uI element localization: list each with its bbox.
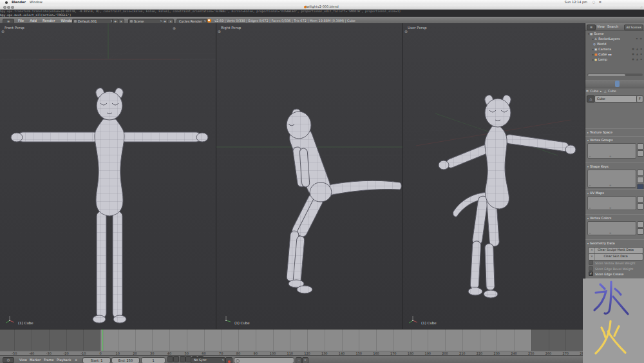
app-menu[interactable]: Blender [12,0,26,5]
expand-arrow-icon[interactable]: ▸ [592,48,594,51]
editor-type-button[interactable]: ◷ [3,357,14,363]
panel-uv-maps[interactable]: ▾UV Maps [585,189,644,195]
list-op-button[interactable] [637,221,644,228]
checkbox-row[interactable]: Store Edge Bevel Weight [589,266,633,271]
playback-button[interactable] [180,356,185,362]
fake-user-button[interactable]: F [636,95,643,103]
properties-tab[interactable] [629,81,634,87]
list-op-button[interactable] [637,228,644,235]
outliner-scrollbar[interactable] [587,74,643,76]
resize-grip-icon[interactable]: ≡ [609,207,611,210]
window-titlebar[interactable]: twilightv2-000.blend ◿ [0,5,644,10]
insert-keyframe-button[interactable]: ⌁ [296,357,302,363]
properties-tab[interactable] [600,81,605,87]
timeline-marker-menu[interactable]: Marker [30,356,41,363]
list-op-button[interactable] [637,203,644,210]
breadcrumb-data[interactable]: Cube [608,89,616,93]
panel-geometry-data[interactable]: ▾Geometry Data [585,239,644,246]
panel-texture-space[interactable]: ▸Texture Space [585,128,644,135]
outliner-item-label[interactable]: Scene [594,32,603,35]
frame-start-field[interactable]: Start: 1 [82,357,111,363]
outliner-item-label[interactable]: Camera [598,47,611,51]
menu-item[interactable]: Render [43,19,55,23]
frame-end-field[interactable]: End: 250 [111,357,140,363]
current-frame-line[interactable] [102,329,104,351]
editor-type-button[interactable]: ≡ [587,25,596,30]
properties-tab[interactable] [605,81,610,87]
apple-menu-icon[interactable] [5,1,8,4]
playback-button[interactable] [167,356,173,362]
notification-center-icon[interactable]: ≡ [599,0,601,5]
checkbox-row[interactable]: Store Vertex Bevel Weight [589,260,636,266]
outliner-row[interactable]: ▾▦Scene [585,31,644,36]
expand-arrow-icon[interactable]: ▸ [592,58,594,61]
visibility-toggle-icons[interactable]: ● ▲ ▪ [632,57,643,62]
outliner-item-label[interactable]: World [597,42,606,46]
panel-shape-keys[interactable]: ▾Shape Keys [585,162,644,169]
menubar-clock[interactable]: Sun 12:14 pm [565,0,587,5]
timeline-editor[interactable]: -50-40-30-20-100102030405060708090100110… [0,329,583,356]
properties-tab[interactable] [595,81,600,87]
viewport-user[interactable]: User Persp ⊕ (1) Cube [402,23,585,329]
resize-grip-icon[interactable]: ≡ [609,232,611,235]
outliner-row[interactable]: ▸●Lamp● ▲ ▪ [585,57,644,62]
vertex-groups-list[interactable]: ≡ [587,143,636,159]
panel-vertex-groups[interactable]: ▾Vertex Groups [585,136,644,142]
menu-item[interactable]: Add [30,19,37,23]
list-op-button[interactable] [637,170,644,176]
outliner-search-menu[interactable]: Search [607,23,618,30]
list-op-button[interactable] [637,143,644,150]
checkbox[interactable] [589,266,593,271]
toolshelf-expand-icon[interactable]: ⊕ [218,30,221,34]
current-frame-field[interactable]: 1 [141,357,166,363]
outliner-editor[interactable]: ≡ View Search All Scenes ▾▦Scene ▸♙Rocke… [585,23,644,81]
panel-vertex-colors[interactable]: ▾Vertex Colors [585,214,644,221]
playback-button[interactable] [173,356,179,362]
outliner-view-menu[interactable]: View [597,23,605,30]
clear-sculpt-mask-button[interactable]: ×Clear Sculpt-Mask Data [588,247,643,254]
visibility-toggle-icons[interactable]: ● ▲ ▪ [632,52,643,57]
timeline-playback-menu[interactable]: Playback [57,356,71,363]
delete-keyframe-button[interactable]: × [302,357,308,363]
properties-tab[interactable] [625,81,630,87]
properties-tab[interactable] [620,81,625,87]
visibility-toggle-icons[interactable]: ● ▲ ▪ [632,46,643,52]
breadcrumb-object[interactable]: Cube [590,89,598,93]
checkbox[interactable] [589,271,593,276]
viewport-right[interactable]: Right Persp ⊕ (1) Cube [216,23,403,329]
resize-grip-icon[interactable]: ≡ [609,155,611,158]
properties-tab[interactable] [610,81,615,87]
spotlight-icon[interactable]: ◌ [592,0,595,5]
menu-item[interactable]: File [18,19,24,23]
properties-tab[interactable] [615,81,620,87]
visibility-toggle-icons[interactable]: ▪ ◉ [636,36,643,41]
viewport-front[interactable]: Front Persp ⊕ ⊕ (1) Cube [0,23,216,329]
checkbox[interactable] [589,260,593,265]
outliner-item-label[interactable]: RocketLayers [598,37,620,41]
window-menu[interactable]: Window [30,0,43,5]
properties-tab[interactable] [634,81,639,87]
expand-arrow-icon[interactable]: ▾ [588,32,589,35]
datablock-name-field[interactable]: Cube [594,95,638,103]
sync-mode-dropdown[interactable]: No Sync⇅ [191,357,225,363]
keying-set-field[interactable] [234,357,294,363]
preview-range-toggle-icon[interactable]: ⊕ [75,356,77,363]
auto-keyframe-record-button[interactable] [225,357,232,363]
outliner-item-label[interactable]: Lamp [598,57,607,61]
shape-keys-list[interactable]: ≡ [587,170,636,188]
outliner-row[interactable]: ▸♙RocketLayers▪ ◉ [585,36,644,41]
vertex-colors-list[interactable]: ≡ [587,221,636,235]
list-op-button[interactable] [637,177,644,183]
outliner-scope-dropdown[interactable]: All Scenes [624,25,643,30]
expand-arrow-icon[interactable]: ▸ [592,53,594,56]
info-report-area[interactable]: bpy.ops.transform.translate(value=(0.022… [0,10,644,17]
properties-tab[interactable] [585,81,591,87]
properties-tab[interactable] [591,81,596,87]
outliner-item-label[interactable]: Cube [598,52,607,56]
timeline-frame-menu[interactable]: Frame [44,356,54,363]
outliner-row[interactable]: ▸▣Camera● ▲ ▪ [585,46,644,52]
timeline-view-menu[interactable]: View [19,356,27,363]
outliner-row[interactable]: ▸■Cube▪▪● ▲ ▪ [585,52,644,57]
properties-expand-icon[interactable]: ⊕ [173,26,176,30]
uv-maps-list[interactable]: ≡ [587,196,636,210]
